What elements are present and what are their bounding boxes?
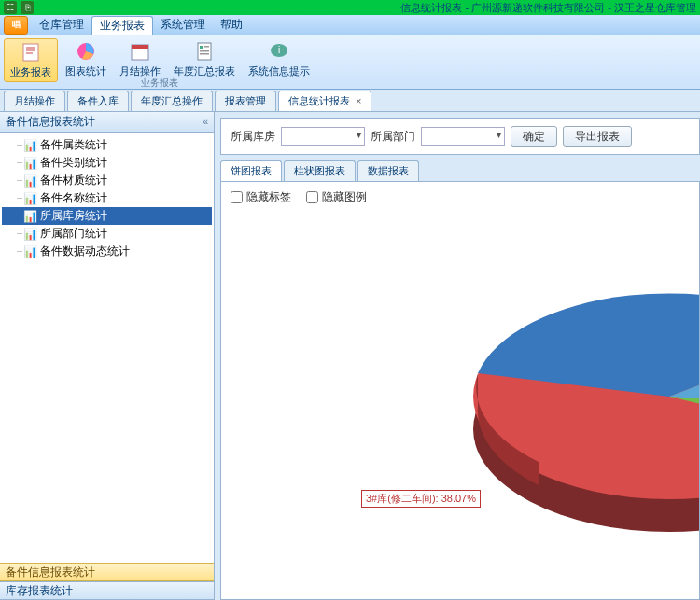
bottom-panel-parts-stats[interactable]: 备件信息报表统计 — [0, 563, 214, 581]
tree-item-attr-stats[interactable]: ┄📊备件属类统计 — [2, 136, 212, 154]
pie-chart: 3#库(修二车间): 38.07% — [389, 229, 700, 600]
main-area: 所属库房 所属部门 确定 导出报表 饼图报表 柱状图报表 数据报表 隐藏标签 隐… — [215, 112, 700, 600]
doc-tab-inbound[interactable]: 备件入库 — [67, 91, 129, 111]
svg-rect-12 — [204, 46, 209, 48]
chart-tab-data[interactable]: 数据报表 — [357, 160, 419, 181]
ribbon-group-label: 业务报表 — [141, 77, 178, 90]
bar-chart-icon: 📊 — [23, 139, 36, 152]
annual-report-icon — [193, 40, 216, 63]
close-icon[interactable]: × — [356, 95, 361, 106]
workspace: 备件信息报表统计 « ┄📊备件属类统计 ┄📊备件类别统计 ┄📊备件材质统计 ┄📊… — [0, 112, 700, 600]
tree-item-dynamic-stats[interactable]: ┄📊备件数据动态统计 — [2, 243, 212, 260]
tree-item-material-stats[interactable]: ┄📊备件材质统计 — [2, 172, 212, 189]
chart-tab-bar[interactable]: 柱状图报表 — [284, 160, 356, 181]
filter-label-dept: 所属部门 — [371, 129, 415, 145]
app-menu-button[interactable]: 唱 — [4, 16, 28, 35]
report-icon — [20, 41, 42, 63]
svg-rect-13 — [200, 50, 209, 52]
filter-bar: 所属库房 所属部门 确定 导出报表 — [220, 118, 700, 155]
doc-tab-report-mgmt[interactable]: 报表管理 — [215, 91, 276, 111]
bar-chart-icon: 📊 — [23, 174, 36, 188]
ribbon: 业务报表 图表统计 月结操作 年度汇总报表 i 系统信息提示 业务报表 — [0, 35, 700, 90]
chart-area: 饼图报表 柱状图报表 数据报表 隐藏标签 隐藏图例 — [220, 160, 700, 600]
tree-item-name-stats[interactable]: ┄📊备件名称统计 — [2, 189, 212, 207]
doc-tab-stats-report[interactable]: 信息统计报表× — [278, 91, 371, 111]
bar-chart-icon: 📊 — [23, 245, 36, 258]
ribbon-btn-biz-report[interactable]: 业务报表 — [4, 38, 58, 82]
filter-label-warehouse: 所属库房 — [231, 129, 275, 145]
window-title: 信息统计报表 - 广州源新递软件科技有限公司 - 汉王之星仓库管理 — [400, 1, 696, 15]
bottom-panel-stock-stats[interactable]: 库存报表统计 — [0, 581, 214, 600]
menubar: 唱 仓库管理 业务报表 系统管理 帮助 — [0, 15, 700, 35]
hide-labels-checkbox[interactable]: 隐藏标签 — [231, 189, 291, 205]
tree-item-category-stats[interactable]: ┄📊备件类别统计 — [2, 154, 212, 172]
svg-rect-11 — [200, 46, 203, 49]
bar-chart-icon: 📊 — [23, 157, 36, 170]
sidebar: 备件信息报表统计 « ┄📊备件属类统计 ┄📊备件类别统计 ┄📊备件材质统计 ┄📊… — [0, 112, 215, 600]
pie-icon — [75, 40, 97, 63]
menu-warehouse[interactable]: 仓库管理 — [32, 16, 91, 35]
menu-help[interactable]: 帮助 — [213, 16, 250, 35]
bar-chart-icon: 📊 — [23, 210, 36, 223]
menu-reports[interactable]: 业务报表 — [91, 16, 153, 35]
hide-legend-checkbox[interactable]: 隐藏图例 — [306, 189, 367, 205]
collapse-icon[interactable]: « — [203, 117, 208, 127]
sidebar-panel-header: 备件信息报表统计 « — [0, 112, 214, 133]
tree-item-dept-stats[interactable]: ┄📊所属部门统计 — [2, 225, 212, 243]
svg-text:i: i — [278, 45, 280, 55]
app-icon: ☷ — [4, 1, 17, 14]
ok-button[interactable]: 确定 — [511, 126, 557, 147]
sidebar-bottom-panels: 备件信息报表统计 库存报表统计 — [0, 563, 214, 600]
ribbon-btn-chart-stats[interactable]: 图表统计 — [60, 38, 112, 82]
chart-panel: 隐藏标签 隐藏图例 3#库(修二车间): 38. — [220, 181, 700, 600]
info-bubble-icon: i — [268, 40, 290, 63]
tree: ┄📊备件属类统计 ┄📊备件类别统计 ┄📊备件材质统计 ┄📊备件名称统计 ┄📊所属… — [0, 133, 214, 563]
qat-icon[interactable]: ⎘ — [21, 1, 34, 14]
filter-dept-dropdown[interactable] — [421, 127, 505, 146]
tree-item-warehouse-stats[interactable]: ┄📊所属库房统计 — [2, 207, 212, 225]
ribbon-group-reports: 业务报表 图表统计 月结操作 年度汇总报表 i 系统信息提示 业务报表 — [4, 38, 315, 89]
ribbon-btn-monthly[interactable]: 月结操作 — [114, 38, 166, 82]
svg-rect-6 — [132, 45, 148, 49]
bar-chart-icon: 📊 — [23, 192, 36, 205]
ribbon-btn-sysinfo[interactable]: i 系统信息提示 — [243, 38, 315, 82]
doc-tab-annual[interactable]: 年度汇总操作 — [131, 91, 213, 111]
doc-tab-monthly[interactable]: 月结操作 — [4, 91, 65, 111]
svg-rect-14 — [200, 53, 209, 55]
export-button[interactable]: 导出报表 — [563, 126, 632, 147]
filter-warehouse-dropdown[interactable] — [281, 127, 365, 146]
bar-chart-icon: 📊 — [23, 228, 36, 241]
chart-tab-pie[interactable]: 饼图报表 — [220, 160, 282, 181]
titlebar: ☷ ⎘ 信息统计报表 - 广州源新递软件科技有限公司 - 汉王之星仓库管理 — [0, 0, 700, 15]
chart-tabs: 饼图报表 柱状图报表 数据报表 — [220, 160, 700, 181]
document-tabs: 月结操作 备件入库 年度汇总操作 报表管理 信息统计报表× — [0, 90, 700, 112]
menu-system[interactable]: 系统管理 — [153, 16, 213, 35]
pie-slice-label: 3#库(修二车间): 38.07% — [361, 490, 481, 508]
calendar-icon — [129, 40, 151, 63]
chart-options: 隐藏标签 隐藏图例 — [231, 189, 690, 205]
ribbon-btn-annual[interactable]: 年度汇总报表 — [168, 38, 241, 82]
svg-rect-0 — [23, 44, 38, 61]
